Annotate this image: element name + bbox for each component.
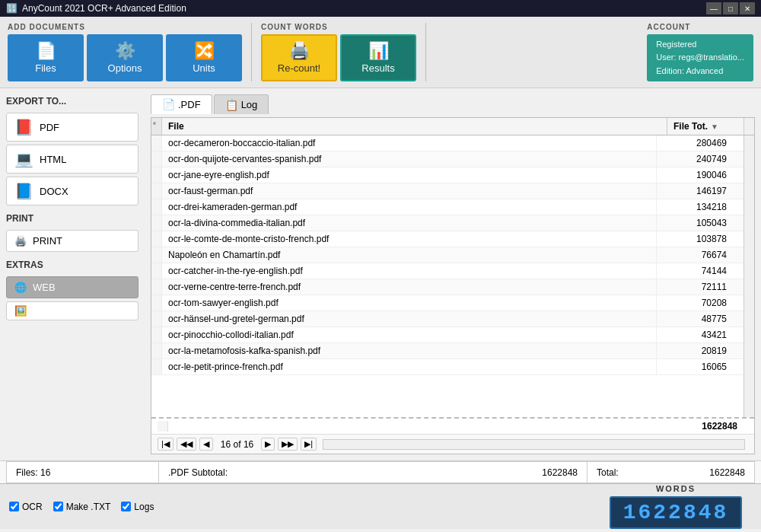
row-file: ocr-decameron-boccaccio-italian.pdf — [162, 135, 657, 151]
th-file: File — [162, 118, 667, 135]
tab-pdf[interactable]: 📄 .PDF — [151, 94, 212, 114]
table-row[interactable]: ocr-jane-eyre-english.pdf 190046 — [151, 167, 743, 183]
row-marker — [151, 263, 162, 279]
recount-button[interactable]: 🖨️ Re-count! — [261, 34, 337, 81]
export-pdf-button[interactable]: 📕 PDF — [6, 113, 139, 142]
account-section: ACCOUNT Registered User: regs@translatio… — [647, 23, 753, 81]
words-section: WORDS 1622848 — [600, 484, 752, 529]
row-file: ocr-pinocchio-collodi-italian.pdf — [162, 327, 657, 342]
logs-checkbox-label: Logs — [134, 502, 154, 512]
log-tab-label: Log — [241, 99, 258, 110]
words-display: 1622848 — [610, 496, 743, 529]
status-bar: Files: 16 .PDF Subtotal: 1622848 Total: … — [0, 460, 761, 483]
docx-label: DOCX — [40, 186, 68, 197]
pdf-tab-icon: 📄 — [162, 98, 175, 110]
table-row[interactable]: Napoleón en Chamartín.pdf 76674 — [151, 247, 743, 263]
vertical-scrollbar[interactable] — [743, 135, 754, 417]
checkboxes-area: OCR Make .TXT Logs — [9, 502, 600, 512]
last-page-button[interactable]: ▶| — [301, 438, 317, 451]
web-button[interactable]: 🌐 WEB — [6, 276, 139, 298]
table-row[interactable]: ocr-le-comte-de-monte-cristo-french.pdf … — [151, 231, 743, 247]
row-marker — [151, 279, 162, 295]
table-row[interactable]: ocr-la-metamofosis-kafka-spanish.pdf 208… — [151, 343, 743, 359]
close-button[interactable]: ✕ — [740, 2, 755, 14]
logs-checkbox-item[interactable]: Logs — [121, 502, 154, 512]
account-registered: Registered — [656, 38, 744, 52]
row-total: 72111 — [657, 279, 733, 295]
row-marker — [151, 359, 162, 374]
units-label: Units — [193, 62, 215, 74]
table-row[interactable]: ocr-don-quijote-cervantes-spanish.pdf 24… — [151, 151, 743, 167]
options-icon: ⚙️ — [115, 43, 135, 59]
table-row[interactable]: ocr-drei-kameraden-german.pdf 134218 — [151, 199, 743, 215]
total-value: 1622848 — [709, 467, 745, 478]
html-icon: 💻 — [14, 150, 33, 168]
table-row[interactable]: ocr-pinocchio-collodi-italian.pdf 43421 — [151, 327, 743, 343]
tab-log[interactable]: 📋 Log — [214, 94, 269, 114]
files-icon: 📄 — [36, 43, 56, 59]
web-btn-label: WEB — [33, 282, 56, 293]
row-total: 280469 — [657, 135, 733, 151]
first-page-button[interactable]: |◀ — [158, 438, 174, 451]
ocr-checkbox-item[interactable]: OCR — [9, 502, 43, 512]
table-row[interactable]: ocr-la-divina-commedia-italian.pdf 10504… — [151, 215, 743, 231]
ocr-checkbox-label: OCR — [22, 502, 43, 512]
add-documents-label: ADD DOCUMENTS — [8, 23, 242, 31]
footer-file-cell — [168, 421, 661, 432]
options-button[interactable]: ⚙️ Options — [87, 34, 163, 81]
prev-skip-button[interactable]: ◀◀ — [177, 438, 196, 451]
table-row[interactable]: ocr-catcher-in-the-rye-english.pdf 74144 — [151, 263, 743, 279]
table-row[interactable]: ocr-decameron-boccaccio-italian.pdf 2804… — [151, 135, 743, 151]
next-page-button[interactable]: ▶ — [261, 438, 275, 451]
recount-label: Re-count! — [278, 62, 320, 74]
table-row[interactable]: ocr-le-petit-prince-french.pdf 16065 — [151, 359, 743, 375]
row-file: ocr-catcher-in-the-rye-english.pdf — [162, 263, 657, 279]
table-row[interactable]: ocr-verne-centre-terre-french.pdf 72111 — [151, 279, 743, 295]
row-file: ocr-le-petit-prince-french.pdf — [162, 359, 657, 374]
row-file: Napoleón en Chamartín.pdf — [162, 247, 657, 263]
row-file: ocr-faust-german.pdf — [162, 183, 657, 199]
logs-checkbox[interactable] — [121, 502, 131, 511]
th-total-label: File Tot. — [673, 121, 708, 132]
files-button[interactable]: 📄 Files — [8, 34, 84, 81]
results-table-container: * File File Tot. ▼ ocr-decameron-boccacc… — [151, 117, 755, 454]
table-scroll-area: ocr-decameron-boccaccio-italian.pdf 2804… — [151, 135, 754, 417]
export-html-button[interactable]: 💻 HTML — [6, 145, 139, 174]
count-words-buttons: 🖨️ Re-count! 📊 Results — [261, 34, 416, 81]
table-body-scroll[interactable]: ocr-decameron-boccaccio-italian.pdf 2804… — [151, 135, 743, 417]
right-panel: 📄 .PDF 📋 Log * File File Tot. ▼ — [145, 88, 761, 460]
table-row[interactable]: ocr-hänsel-und-gretel-german.pdf 48775 — [151, 311, 743, 327]
row-total: 74144 — [657, 263, 733, 279]
row-marker — [151, 295, 162, 311]
pdf-icon: 📕 — [14, 118, 33, 136]
status-total: Total: 1622848 — [587, 461, 755, 483]
window-controls: — □ ✕ — [706, 2, 755, 14]
account-info: Registered User: regs@translatio... Edit… — [647, 34, 753, 81]
ocr-checkbox[interactable] — [9, 502, 19, 511]
toolbar-sep-1 — [251, 23, 252, 81]
th-file-label: File — [168, 121, 184, 132]
horizontal-scrollbar[interactable] — [323, 439, 745, 450]
table-row[interactable]: ocr-faust-german.pdf 146197 — [151, 183, 743, 199]
make-txt-checkbox-label: Make .TXT — [66, 502, 111, 512]
table-row[interactable]: ocr-tom-sawyer-english.pdf 70208 — [151, 295, 743, 311]
make-txt-checkbox[interactable] — [53, 502, 63, 511]
row-file: ocr-don-quijote-cervantes-spanish.pdf — [162, 151, 657, 167]
export-docx-button[interactable]: 📘 DOCX — [6, 177, 139, 205]
next-skip-button[interactable]: ▶▶ — [278, 438, 298, 451]
maximize-button[interactable]: □ — [723, 2, 738, 14]
page-info: 16 of 16 — [221, 439, 253, 450]
image-export-button[interactable]: 🖼️ — [6, 301, 139, 320]
tab-bar: 📄 .PDF 📋 Log — [151, 94, 755, 114]
prev-page-button[interactable]: ◀ — [199, 438, 213, 451]
results-button[interactable]: 📊 Results — [340, 34, 416, 81]
print-button[interactable]: 🖨️ PRINT — [6, 230, 139, 252]
minimize-button[interactable]: — — [706, 2, 721, 14]
units-button[interactable]: 🔀 Units — [166, 34, 242, 81]
account-edition: Edition: Advanced — [656, 65, 744, 78]
row-file: ocr-verne-centre-terre-french.pdf — [162, 279, 657, 295]
make-txt-checkbox-item[interactable]: Make .TXT — [53, 502, 111, 512]
results-label: Results — [361, 62, 394, 74]
row-total: 190046 — [657, 167, 733, 183]
row-marker — [151, 183, 162, 199]
